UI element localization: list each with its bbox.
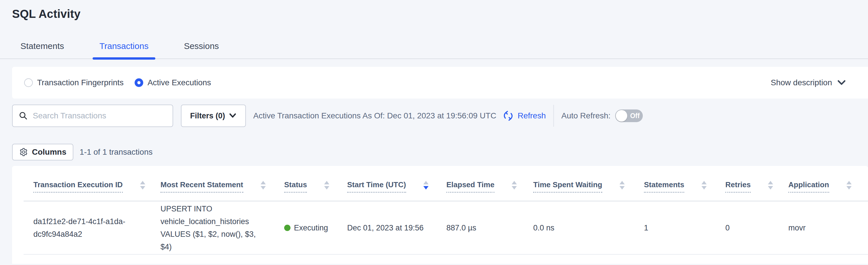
refresh-icon (502, 110, 514, 122)
cell-elapsed-time: 887.0 µs (437, 201, 523, 254)
filters-label: Filters (0) (190, 111, 225, 121)
cell-start-time: Dec 01, 2023 at 19:56 (337, 201, 437, 254)
refresh-button[interactable]: Refresh (502, 110, 546, 122)
view-mode-card: Transaction Fingerprints Active Executio… (12, 67, 868, 99)
page-header: SQL Activity (0, 0, 868, 21)
auto-refresh-label: Auto Refresh: (561, 111, 611, 121)
sort-asc-icon[interactable] (768, 181, 773, 184)
search-box[interactable] (12, 105, 173, 127)
sort-control[interactable] (768, 181, 773, 189)
cell-retries: 0 (716, 201, 779, 254)
sort-control[interactable] (423, 181, 429, 189)
toolbar-divider (553, 105, 554, 127)
gear-icon (19, 148, 28, 157)
sort-asc-icon[interactable] (620, 181, 625, 184)
sort-asc-icon[interactable] (512, 181, 517, 184)
col-header-start-time[interactable]: Start Time (UTC) (337, 166, 437, 201)
show-description-label: Show description (771, 78, 832, 87)
table-row[interactable]: da1f21e2-de71-4c1f-a1da-dc9fc94a84a2 UPS… (24, 201, 868, 254)
transactions-table: Transaction Execution ID Most Recent Sta… (24, 166, 868, 255)
sort-desc-icon[interactable] (423, 186, 429, 189)
sort-desc-icon[interactable] (846, 186, 851, 189)
result-count: 1-1 of 1 transactions (80, 148, 153, 157)
status-executing-dot (284, 225, 290, 231)
sort-control[interactable] (702, 181, 707, 189)
chevron-down-icon (837, 79, 846, 86)
toolbar: Filters (0) Active Transaction Execution… (12, 104, 868, 127)
table-controls: Columns 1-1 of 1 transactions (12, 144, 868, 160)
sort-desc-icon[interactable] (260, 186, 266, 189)
tab-sessions[interactable]: Sessions (177, 41, 226, 58)
sort-desc-icon[interactable] (768, 186, 773, 189)
radio-active-executions[interactable]: Active Executions (134, 78, 211, 87)
sort-asc-icon[interactable] (702, 181, 707, 184)
columns-button[interactable]: Columns (12, 144, 73, 160)
tab-statements[interactable]: Statements (13, 41, 71, 58)
sort-control[interactable] (512, 181, 517, 189)
radio-label: Active Executions (148, 78, 211, 87)
status-label: Executing (294, 221, 328, 234)
cell-status: Executing (274, 201, 337, 254)
col-header-application[interactable]: Application (779, 166, 868, 201)
radio-circle-selected[interactable] (134, 78, 143, 87)
cell-statement: UPSERT INTO vehicle_location_histories V… (151, 201, 274, 254)
sort-asc-icon[interactable] (423, 181, 429, 184)
col-header-statements[interactable]: Statements (634, 166, 716, 201)
refresh-label: Refresh (518, 111, 546, 121)
toggle-knob (616, 110, 627, 122)
radio-circle-unselected[interactable] (24, 78, 33, 87)
col-header-retries[interactable]: Retries (716, 166, 779, 201)
sort-asc-icon[interactable] (260, 181, 266, 184)
cell-statements: 1 (634, 201, 716, 254)
col-header-status[interactable]: Status (274, 166, 337, 201)
chevron-down-icon (229, 113, 237, 119)
sort-desc-icon[interactable] (324, 186, 329, 189)
columns-label: Columns (32, 148, 66, 157)
transactions-table-card: Transaction Execution ID Most Recent Sta… (12, 166, 868, 264)
cell-execution-id: da1f21e2-de71-4c1f-a1da-dc9fc94a84a2 (24, 201, 151, 254)
sort-desc-icon[interactable] (140, 186, 145, 189)
show-description-toggle[interactable]: Show description (771, 78, 846, 87)
sort-control[interactable] (846, 181, 851, 189)
auto-refresh-toggle[interactable]: Off (615, 109, 643, 122)
search-icon (19, 111, 28, 121)
sort-desc-icon[interactable] (512, 186, 517, 189)
radio-label: Transaction Fingerprints (37, 78, 124, 87)
search-input[interactable] (33, 111, 167, 121)
tab-transactions[interactable]: Transactions (93, 41, 156, 58)
as-of-timestamp: Active Transaction Executions As Of: Dec… (253, 111, 496, 121)
sort-asc-icon[interactable] (846, 181, 851, 184)
table-header-row: Transaction Execution ID Most Recent Sta… (24, 166, 868, 201)
sort-control[interactable] (324, 181, 329, 189)
toggle-state-label: Off (630, 112, 640, 120)
sort-asc-icon[interactable] (324, 181, 329, 184)
sort-desc-icon[interactable] (702, 186, 707, 189)
sort-desc-icon[interactable] (620, 186, 625, 189)
col-header-time-spent-waiting[interactable]: Time Spent Waiting (523, 166, 634, 201)
sort-control[interactable] (620, 181, 625, 189)
sort-asc-icon[interactable] (140, 181, 145, 184)
col-header-elapsed-time[interactable]: Elapsed Time (437, 166, 523, 201)
sort-control[interactable] (140, 181, 145, 189)
filters-button[interactable]: Filters (0) (181, 105, 246, 127)
radio-transaction-fingerprints[interactable]: Transaction Fingerprints (24, 78, 124, 87)
sort-control[interactable] (260, 181, 266, 189)
cell-application: movr (779, 201, 868, 254)
col-header-most-recent-statement[interactable]: Most Recent Statement (151, 166, 274, 201)
tab-bar: Statements Transactions Sessions (0, 41, 868, 59)
col-header-transaction-execution-id[interactable]: Transaction Execution ID (24, 166, 151, 201)
cell-time-spent-waiting: 0.0 ns (523, 201, 634, 254)
page-title: SQL Activity (12, 7, 868, 21)
